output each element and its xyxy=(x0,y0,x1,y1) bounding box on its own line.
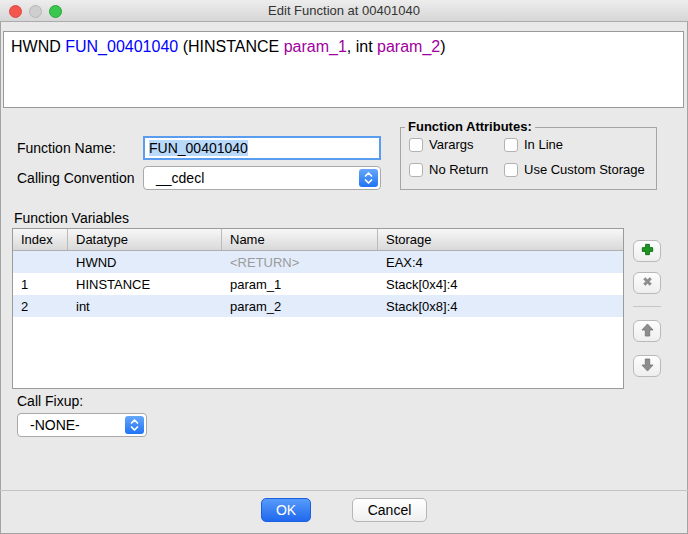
signature-param-1: param_1 xyxy=(284,38,347,55)
function-name-input[interactable]: FUN_00401040 xyxy=(143,136,381,160)
move-down-button[interactable] xyxy=(633,355,661,377)
plus-icon xyxy=(640,242,655,260)
down-arrow-icon xyxy=(641,358,654,375)
signature-return-type: HWND xyxy=(11,38,65,55)
function-variables-label: Function Variables xyxy=(14,210,129,226)
cell-index: 2 xyxy=(13,299,68,314)
column-header-index[interactable]: Index xyxy=(13,229,68,250)
checkbox-icon xyxy=(504,138,518,152)
checkbox-use-custom-storage[interactable]: Use Custom Storage xyxy=(504,162,645,177)
function-name-label: Function Name: xyxy=(17,140,116,156)
checkbox-varargs[interactable]: Varargs xyxy=(409,137,474,152)
function-attributes-group: Function Attributes: Varargs In Line No … xyxy=(400,127,657,190)
signature-plain: (HINSTANCE xyxy=(178,38,283,55)
title-bar: Edit Function at 00401040 xyxy=(0,0,688,22)
signature-plain: , int xyxy=(347,38,377,55)
chevron-up-down-icon xyxy=(125,416,144,434)
window-title: Edit Function at 00401040 xyxy=(0,0,688,22)
checkbox-label: Varargs xyxy=(429,137,474,152)
cell-storage: Stack[0x4]:4 xyxy=(378,277,623,292)
calling-convention-select[interactable]: __cdecl xyxy=(143,166,381,190)
table-row[interactable]: 2 int param_2 Stack[0x8]:4 xyxy=(13,295,623,317)
cell-name: <RETURN> xyxy=(222,255,378,270)
ok-button[interactable]: OK xyxy=(261,498,311,522)
table-header-row: Index Datatype Name Storage xyxy=(13,229,623,251)
signature-plain: ) xyxy=(440,38,445,55)
checkbox-icon xyxy=(504,163,518,177)
bottom-separator xyxy=(0,490,688,491)
cancel-button[interactable]: Cancel xyxy=(352,498,427,522)
function-name-value: FUN_00401040 xyxy=(149,140,248,156)
checkbox-icon xyxy=(409,138,423,152)
cell-datatype: HINSTANCE xyxy=(68,277,222,292)
cell-name: param_1 xyxy=(222,277,378,292)
cell-datatype: int xyxy=(68,299,222,314)
table-row[interactable]: HWND <RETURN> EAX:4 xyxy=(13,251,623,273)
edit-function-dialog: Edit Function at 00401040 HWND FUN_00401… xyxy=(0,0,688,534)
cell-index: 1 xyxy=(13,277,68,292)
delete-variable-button[interactable] xyxy=(633,272,661,294)
checkbox-label: No Return xyxy=(429,162,488,177)
checkbox-icon xyxy=(409,163,423,177)
signature-param-2: param_2 xyxy=(377,38,440,55)
calling-convention-label: Calling Convention xyxy=(17,170,135,186)
up-arrow-icon xyxy=(641,323,654,340)
checkbox-no-return[interactable]: No Return xyxy=(409,162,488,177)
cell-storage: EAX:4 xyxy=(378,255,623,270)
button-divider xyxy=(633,306,661,307)
signature-function-name: FUN_00401040 xyxy=(65,38,178,55)
column-header-datatype[interactable]: Datatype xyxy=(68,229,222,250)
table-row[interactable]: 1 HINSTANCE param_1 Stack[0x4]:4 xyxy=(13,273,623,295)
checkbox-label: Use Custom Storage xyxy=(524,162,645,177)
checkbox-in-line[interactable]: In Line xyxy=(504,137,563,152)
add-variable-button[interactable] xyxy=(633,240,661,262)
chevron-up-down-icon xyxy=(359,169,378,187)
call-fixup-select[interactable]: -NONE- xyxy=(17,413,147,437)
column-header-storage[interactable]: Storage xyxy=(378,229,623,250)
cell-datatype: HWND xyxy=(68,255,222,270)
call-fixup-value: -NONE- xyxy=(30,414,80,436)
cell-storage: Stack[0x8]:4 xyxy=(378,299,623,314)
calling-convention-value: __cdecl xyxy=(156,167,204,189)
move-up-button[interactable] xyxy=(633,320,661,342)
x-icon xyxy=(641,275,654,291)
checkbox-label: In Line xyxy=(524,137,563,152)
function-attributes-title: Function Attributes: xyxy=(405,119,535,134)
cell-name: param_2 xyxy=(222,299,378,314)
function-variables-table: Index Datatype Name Storage HWND <RETURN… xyxy=(12,228,624,389)
call-fixup-label: Call Fixup: xyxy=(17,393,83,409)
function-signature-preview: HWND FUN_00401040 (HINSTANCE param_1, in… xyxy=(3,31,684,108)
column-header-name[interactable]: Name xyxy=(222,229,378,250)
